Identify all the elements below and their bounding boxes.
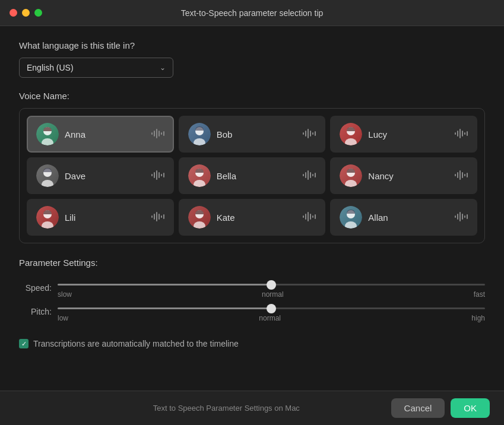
- svg-rect-44: [303, 174, 304, 176]
- svg-rect-28: [464, 132, 465, 135]
- voice-section: Voice Name: Anna: [19, 91, 485, 243]
- speed-slider-container: slow normal fast: [58, 277, 485, 299]
- voice-avatar-allan: [340, 206, 362, 229]
- voice-card-lili[interactable]: Lili: [27, 199, 174, 236]
- svg-rect-14: [303, 132, 304, 135]
- svg-rect-4: [151, 132, 153, 135]
- voice-card-kate[interactable]: Kate: [179, 199, 326, 236]
- svg-rect-8: [161, 132, 162, 135]
- maximize-button[interactable]: [34, 9, 42, 17]
- voice-avatar-anna: [36, 123, 59, 145]
- wave-icon-lili: [151, 212, 164, 223]
- check-icon: ✓: [21, 340, 27, 348]
- svg-rect-76: [308, 212, 309, 221]
- svg-rect-86: [459, 212, 461, 221]
- svg-rect-66: [156, 212, 157, 221]
- svg-rect-67: [159, 214, 160, 220]
- svg-rect-5: [154, 131, 155, 137]
- svg-rect-47: [310, 172, 311, 178]
- svg-rect-45: [305, 172, 306, 178]
- voice-avatar-dave: [36, 164, 59, 187]
- svg-rect-48: [312, 174, 313, 176]
- svg-rect-77: [310, 214, 311, 220]
- svg-rect-79: [315, 214, 316, 219]
- transcription-checkbox-row[interactable]: ✓ Transcriptions are automatically match…: [19, 339, 485, 348]
- svg-rect-36: [156, 170, 157, 180]
- speed-tick-fast: fast: [474, 290, 485, 299]
- voice-name-lucy: Lucy: [368, 129, 449, 139]
- language-dropdown[interactable]: English (US) ⌄: [19, 58, 173, 78]
- svg-rect-59: [467, 173, 468, 177]
- svg-rect-85: [457, 214, 458, 220]
- svg-rect-16: [308, 129, 309, 138]
- pitch-ticks: low normal high: [58, 314, 485, 322]
- main-content: What language is this title in? English …: [0, 26, 504, 391]
- svg-rect-87: [462, 214, 463, 220]
- pitch-tick-high: high: [471, 314, 485, 322]
- wave-icon-allan: [455, 212, 468, 223]
- voice-card-lucy[interactable]: Lucy: [330, 116, 477, 153]
- voice-card-bob[interactable]: Bob: [179, 116, 326, 153]
- pitch-label: Pitch:: [19, 307, 52, 316]
- traffic-lights: [9, 9, 42, 17]
- voice-avatar-bella: [188, 164, 211, 187]
- window-title: Text-to-Speech parameter selection tip: [181, 8, 324, 18]
- svg-rect-64: [151, 215, 153, 218]
- close-button[interactable]: [9, 9, 17, 17]
- voice-name-anna: Anna: [65, 129, 145, 139]
- chevron-down-icon: ⌄: [160, 64, 166, 72]
- svg-rect-18: [312, 132, 313, 135]
- cancel-button[interactable]: Cancel: [391, 398, 445, 418]
- param-inner: Speed: slow normal fast Pitch: low: [19, 275, 485, 327]
- svg-rect-58: [464, 174, 465, 176]
- pitch-tick-low: low: [58, 314, 68, 322]
- language-value: English (US): [27, 63, 74, 72]
- speed-tick-slow: slow: [58, 290, 72, 299]
- svg-rect-15: [305, 131, 306, 137]
- minimize-button[interactable]: [22, 9, 30, 17]
- svg-rect-34: [151, 174, 153, 176]
- svg-rect-84: [455, 215, 456, 218]
- transcription-checkbox[interactable]: ✓: [19, 339, 28, 348]
- pitch-row: Pitch: low normal high: [19, 301, 485, 322]
- svg-rect-78: [312, 215, 313, 218]
- wave-icon-anna: [151, 129, 164, 140]
- voice-card-nancy[interactable]: Nancy: [330, 157, 477, 194]
- voice-card-allan[interactable]: Allan: [330, 199, 477, 236]
- voice-name-kate: Kate: [217, 213, 297, 223]
- param-label: Parameter Settings:: [19, 258, 485, 268]
- voice-grid: Anna Bob: [19, 108, 485, 243]
- svg-rect-74: [303, 215, 304, 218]
- transcription-label: Transcriptions are automatically matched…: [33, 339, 239, 348]
- wave-icon-bella: [303, 170, 316, 182]
- svg-rect-27: [462, 131, 463, 137]
- ok-button[interactable]: OK: [451, 398, 490, 418]
- wave-icon-nancy: [455, 170, 468, 182]
- voice-label: Voice Name:: [19, 91, 485, 101]
- svg-rect-37: [159, 172, 160, 178]
- speed-tick-normal: normal: [262, 290, 284, 299]
- voice-card-anna[interactable]: Anna: [27, 116, 174, 153]
- svg-rect-19: [315, 131, 316, 136]
- svg-rect-56: [459, 170, 461, 180]
- wave-icon-dave: [151, 170, 164, 182]
- param-section: Parameter Settings: Speed: slow normal f…: [19, 258, 485, 327]
- voice-card-dave[interactable]: Dave: [27, 157, 174, 194]
- svg-rect-89: [467, 214, 468, 219]
- voice-name-bob: Bob: [217, 129, 297, 139]
- speed-row: Speed: slow normal fast: [19, 277, 485, 299]
- speed-slider[interactable]: [58, 284, 485, 286]
- voice-name-nancy: Nancy: [368, 171, 449, 181]
- svg-rect-57: [462, 172, 463, 178]
- voice-avatar-lucy: [340, 123, 362, 145]
- voice-avatar-nancy: [340, 164, 362, 187]
- svg-rect-9: [163, 131, 164, 136]
- svg-rect-6: [156, 129, 157, 138]
- voice-name-bella: Bella: [217, 171, 297, 181]
- pitch-tick-normal: normal: [259, 314, 281, 322]
- pitch-slider[interactable]: [58, 307, 485, 309]
- bottom-buttons: Cancel OK: [391, 398, 490, 418]
- voice-card-bella[interactable]: Bella: [179, 157, 326, 194]
- svg-rect-25: [457, 131, 458, 137]
- svg-rect-39: [163, 173, 164, 177]
